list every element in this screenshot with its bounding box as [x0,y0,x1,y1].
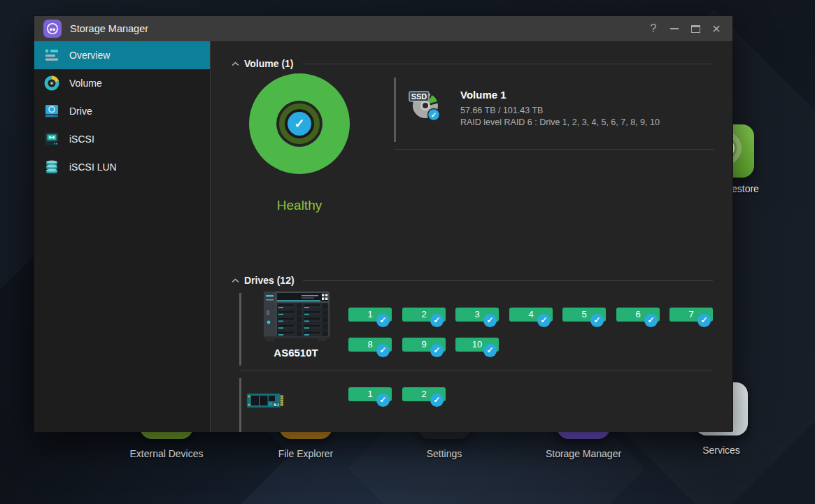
m2-drive-badge-2[interactable]: 2 [402,387,446,401]
m2-drive-badge-1[interactable]: 1 [348,387,392,401]
storage-manager-app-icon [43,20,62,38]
desktop-icon-label[interactable]: Services [665,445,777,456]
volume-raid-info: RAID level RAID 6 : Drive 1, 2, 3, 4, 5,… [460,117,660,129]
divider [302,64,713,64]
drives-section-header[interactable]: Drives (12) [232,275,713,286]
sidebar-item-label: Volume [69,78,102,89]
device-row-marker [239,378,241,432]
sidebar-item-overview[interactable]: Overview [34,41,210,69]
volume-icon [43,75,60,91]
drive-ok-check-icon [430,394,444,407]
desktop-icon-label[interactable]: File Explorer [250,448,362,459]
storage-manager-window: Storage Manager ? ✕ Overview [34,15,733,431]
ssd-volume-icon: SSD ✓ [409,87,442,121]
device-model-label: AS6510T [251,347,341,359]
drive-badge-1[interactable]: 1 [348,308,392,322]
window-title: Storage Manager [70,23,643,34]
m2-ssd-image: M.2 [246,391,285,410]
drive-ok-check-icon [376,394,390,407]
volume-name: Volume 1 [460,89,660,101]
drive-badge-9[interactable]: 9 [402,338,446,352]
maximize-button[interactable] [685,19,706,38]
svg-text:✓: ✓ [431,111,437,119]
minimize-button[interactable] [664,19,685,38]
drive-badge-4[interactable]: 4 [509,308,553,322]
drive-ok-check-icon [430,314,444,327]
drive-ok-check-icon [376,344,390,357]
drive-badge-5[interactable]: 5 [562,308,606,322]
sidebar-item-iscsi-lun[interactable]: iSCSI LUN [34,153,210,181]
collapse-caret-icon[interactable] [232,62,239,66]
drive-badge-2[interactable]: 2 [402,308,446,322]
volume-health-donut: ✓ [249,73,350,174]
device-row-marker [239,293,241,366]
donut-hole: ✓ [276,101,323,147]
sidebar-item-label: iSCSI [69,134,94,145]
minimize-icon [670,28,679,29]
drive-badge-8[interactable]: 8 [348,338,392,352]
drive-icon [43,103,60,119]
donut-inner-ring: ✓ [279,103,320,144]
sidebar: Overview Volume [34,41,211,432]
desktop-icon-label[interactable]: estore [732,183,759,194]
m2-label-text: M.2 [274,403,279,407]
drive-ok-check-icon [483,344,497,357]
divider [239,370,713,370]
close-button[interactable]: ✕ [706,19,727,38]
drive-ok-check-icon [537,314,551,327]
sidebar-item-label: Overview [69,50,110,61]
nas-device-image [260,291,332,345]
volume-list-item[interactable]: SSD ✓ Volume 1 57.66 TB / 101.43 TB RAID… [394,76,714,150]
ssd-badge-text: SSD [411,92,427,101]
sidebar-item-label: Drive [69,106,92,117]
sidebar-item-iscsi[interactable]: iSCSI [34,125,210,153]
sidebar-item-drive[interactable]: Drive [34,97,210,125]
divider [303,280,713,281]
desktop-icon-label[interactable]: Settings [388,448,500,459]
drive-badge-10[interactable]: 10 [455,338,499,352]
drive-ok-check-icon [590,314,604,327]
maximize-icon [691,25,700,33]
overview-panel: Volume (1) ✓ Healthy [211,41,732,432]
drive-badge-7[interactable]: 7 [669,308,713,322]
collapse-caret-icon[interactable] [232,278,239,283]
health-check-icon: ✓ [288,112,311,136]
volume-status-text: Healthy [243,198,355,213]
help-button[interactable]: ? [643,19,664,38]
volume-section-header[interactable]: Volume (1) [232,58,713,69]
volume-usage: 57.66 TB / 101.43 TB [460,105,660,117]
window-titlebar[interactable]: Storage Manager ? ✕ [34,16,732,41]
drive-ok-check-icon [376,314,390,327]
drive-ok-check-icon [483,314,497,327]
overview-icon [43,48,60,63]
drive-ok-check-icon [697,314,711,327]
drive-badge-6[interactable]: 6 [616,308,660,322]
sidebar-item-label: iSCSI LUN [69,161,117,173]
volume-section-title: Volume (1) [244,58,294,69]
drive-ok-check-icon [644,314,658,327]
drive-ok-check-icon [430,344,444,357]
iscsi-lun-icon [43,159,60,175]
desktop-icon-label[interactable]: Storage Manager [527,448,639,459]
drives-section-title: Drives (12) [244,275,295,286]
desktop-icon-label[interactable]: External Devices [111,448,222,459]
iscsi-icon [43,131,60,147]
sidebar-item-volume[interactable]: Volume [34,69,210,97]
drive-badge-3[interactable]: 3 [455,308,499,322]
